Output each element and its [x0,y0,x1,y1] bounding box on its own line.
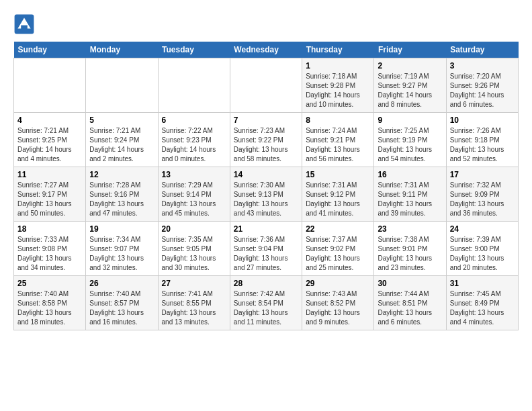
day-number: 17 [450,170,515,179]
day-info: Sunrise: 7:26 AM Sunset: 9:18 PM Dayligh… [450,126,515,164]
day-cell: 31Sunrise: 7:45 AM Sunset: 8:49 PM Dayli… [446,276,518,330]
header-cell-wednesday: Wednesday [230,42,302,58]
day-info: Sunrise: 7:39 AM Sunset: 9:00 PM Dayligh… [450,235,515,273]
day-cell [86,58,158,113]
day-number: 18 [17,224,82,234]
day-info: Sunrise: 7:23 AM Sunset: 9:22 PM Dayligh… [234,126,298,164]
day-number: 16 [378,170,442,179]
day-cell: 6Sunrise: 7:22 AM Sunset: 9:23 PM Daylig… [158,113,230,167]
day-number: 30 [378,279,442,288]
day-info: Sunrise: 7:37 AM Sunset: 9:02 PM Dayligh… [306,235,370,273]
day-number: 27 [162,279,226,288]
day-info: Sunrise: 7:31 AM Sunset: 9:11 PM Dayligh… [378,181,442,218]
day-cell: 11Sunrise: 7:27 AM Sunset: 9:17 PM Dayli… [14,167,86,222]
day-cell: 13Sunrise: 7:29 AM Sunset: 9:14 PM Dayli… [158,167,230,222]
day-cell: 24Sunrise: 7:39 AM Sunset: 9:00 PM Dayli… [446,222,518,276]
day-number: 24 [450,224,515,234]
day-cell: 8Sunrise: 7:24 AM Sunset: 9:21 PM Daylig… [302,113,374,167]
calendar-body: 1Sunrise: 7:18 AM Sunset: 9:28 PM Daylig… [14,58,519,330]
logo-icon [13,13,35,35]
day-number: 20 [162,224,226,234]
week-row-5: 25Sunrise: 7:40 AM Sunset: 8:58 PM Dayli… [14,276,519,330]
day-number: 6 [162,116,226,125]
day-number: 1 [306,61,370,71]
day-cell: 12Sunrise: 7:28 AM Sunset: 9:16 PM Dayli… [86,167,158,222]
day-info: Sunrise: 7:21 AM Sunset: 9:25 PM Dayligh… [17,126,82,164]
day-cell: 2Sunrise: 7:19 AM Sunset: 9:27 PM Daylig… [374,58,446,113]
day-info: Sunrise: 7:34 AM Sunset: 9:07 PM Dayligh… [89,235,154,273]
day-number: 12 [89,170,154,179]
svg-rect-2 [21,26,28,30]
day-number: 28 [234,279,298,288]
day-cell: 10Sunrise: 7:26 AM Sunset: 9:18 PM Dayli… [446,113,518,167]
header-cell-sunday: Sunday [14,42,86,58]
day-cell: 27Sunrise: 7:41 AM Sunset: 8:55 PM Dayli… [158,276,230,330]
day-number: 31 [450,279,515,288]
day-cell [14,58,86,113]
day-info: Sunrise: 7:18 AM Sunset: 9:28 PM Dayligh… [306,72,370,109]
day-cell: 16Sunrise: 7:31 AM Sunset: 9:11 PM Dayli… [374,167,446,222]
day-number: 10 [450,116,515,125]
day-number: 5 [89,116,154,125]
day-info: Sunrise: 7:33 AM Sunset: 9:08 PM Dayligh… [17,235,82,273]
day-info: Sunrise: 7:35 AM Sunset: 9:05 PM Dayligh… [162,235,226,273]
day-info: Sunrise: 7:32 AM Sunset: 9:09 PM Dayligh… [450,181,515,218]
day-cell: 7Sunrise: 7:23 AM Sunset: 9:22 PM Daylig… [230,113,302,167]
day-info: Sunrise: 7:29 AM Sunset: 9:14 PM Dayligh… [162,181,226,218]
day-number: 14 [234,170,298,179]
day-cell: 23Sunrise: 7:38 AM Sunset: 9:01 PM Dayli… [374,222,446,276]
day-info: Sunrise: 7:40 AM Sunset: 8:58 PM Dayligh… [17,289,82,327]
day-info: Sunrise: 7:43 AM Sunset: 8:52 PM Dayligh… [306,289,370,327]
day-cell [158,58,230,113]
day-info: Sunrise: 7:28 AM Sunset: 9:16 PM Dayligh… [89,181,154,218]
week-row-2: 4Sunrise: 7:21 AM Sunset: 9:25 PM Daylig… [14,113,519,167]
day-cell: 22Sunrise: 7:37 AM Sunset: 9:02 PM Dayli… [302,222,374,276]
day-cell: 25Sunrise: 7:40 AM Sunset: 8:58 PM Dayli… [14,276,86,330]
day-info: Sunrise: 7:25 AM Sunset: 9:19 PM Dayligh… [378,126,442,164]
day-number: 26 [89,279,154,288]
day-number: 9 [378,116,442,125]
day-number: 23 [378,224,442,234]
day-number: 11 [17,170,82,179]
day-cell: 28Sunrise: 7:42 AM Sunset: 8:54 PM Dayli… [230,276,302,330]
day-info: Sunrise: 7:38 AM Sunset: 9:01 PM Dayligh… [378,235,442,273]
day-number: 15 [306,170,370,179]
day-info: Sunrise: 7:30 AM Sunset: 9:13 PM Dayligh… [234,181,298,218]
header-cell-thursday: Thursday [302,42,374,58]
day-number: 21 [234,224,298,234]
day-info: Sunrise: 7:40 AM Sunset: 8:57 PM Dayligh… [89,289,154,327]
day-cell: 15Sunrise: 7:31 AM Sunset: 9:12 PM Dayli… [302,167,374,222]
day-number: 4 [17,116,82,125]
day-info: Sunrise: 7:22 AM Sunset: 9:23 PM Dayligh… [162,126,226,164]
day-cell: 1Sunrise: 7:18 AM Sunset: 9:28 PM Daylig… [302,58,374,113]
logo [13,13,39,35]
day-number: 3 [450,61,515,71]
day-info: Sunrise: 7:42 AM Sunset: 8:54 PM Dayligh… [234,289,298,327]
day-cell: 9Sunrise: 7:25 AM Sunset: 9:19 PM Daylig… [374,113,446,167]
day-cell: 26Sunrise: 7:40 AM Sunset: 8:57 PM Dayli… [86,276,158,330]
day-info: Sunrise: 7:21 AM Sunset: 9:24 PM Dayligh… [89,126,154,164]
day-info: Sunrise: 7:36 AM Sunset: 9:04 PM Dayligh… [234,235,298,273]
day-info: Sunrise: 7:31 AM Sunset: 9:12 PM Dayligh… [306,181,370,218]
day-number: 29 [306,279,370,288]
header-cell-tuesday: Tuesday [158,42,230,58]
header-row: SundayMondayTuesdayWednesdayThursdayFrid… [14,42,519,58]
day-cell: 4Sunrise: 7:21 AM Sunset: 9:25 PM Daylig… [14,113,86,167]
day-cell: 30Sunrise: 7:44 AM Sunset: 8:51 PM Dayli… [374,276,446,330]
day-info: Sunrise: 7:24 AM Sunset: 9:21 PM Dayligh… [306,126,370,164]
day-number: 19 [89,224,154,234]
header-cell-friday: Friday [374,42,446,58]
day-info: Sunrise: 7:20 AM Sunset: 9:26 PM Dayligh… [450,72,515,109]
calendar-table: SundayMondayTuesdayWednesdayThursdayFrid… [13,42,519,330]
day-info: Sunrise: 7:44 AM Sunset: 8:51 PM Dayligh… [378,289,442,327]
day-cell [230,58,302,113]
day-info: Sunrise: 7:41 AM Sunset: 8:55 PM Dayligh… [162,289,226,327]
day-number: 13 [162,170,226,179]
day-cell: 19Sunrise: 7:34 AM Sunset: 9:07 PM Dayli… [86,222,158,276]
week-row-4: 18Sunrise: 7:33 AM Sunset: 9:08 PM Dayli… [14,222,519,276]
calendar-header: SundayMondayTuesdayWednesdayThursdayFrid… [14,42,519,58]
day-info: Sunrise: 7:45 AM Sunset: 8:49 PM Dayligh… [450,289,515,327]
day-cell: 3Sunrise: 7:20 AM Sunset: 9:26 PM Daylig… [446,58,518,113]
day-number: 8 [306,116,370,125]
day-cell: 20Sunrise: 7:35 AM Sunset: 9:05 PM Dayli… [158,222,230,276]
